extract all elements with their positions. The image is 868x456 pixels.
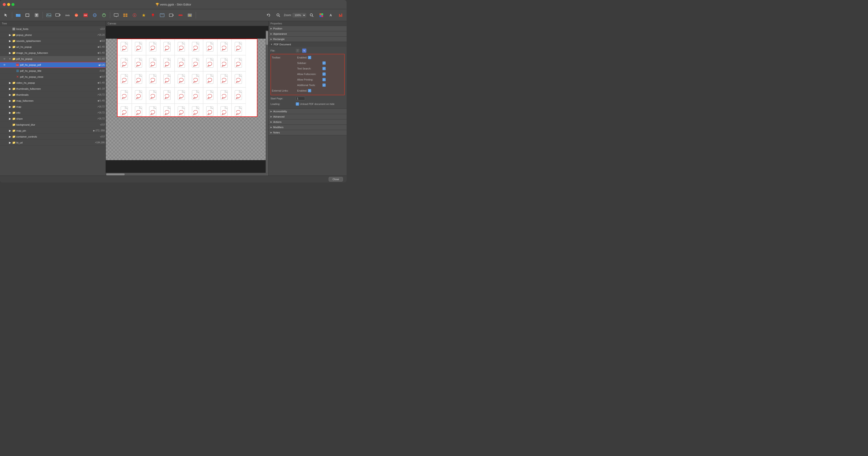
- canvas-scrollbar-horizontal[interactable]: [106, 173, 269, 176]
- arrow-pdf-popup[interactable]: ▼: [8, 56, 12, 62]
- section-actions-header[interactable]: ▶ Actions: [269, 119, 347, 124]
- cursor-screen-button[interactable]: [54, 11, 62, 19]
- tree-item-ht-url[interactable]: ▶ 📁 ht_url ↗184,186: [0, 140, 105, 146]
- toolbar-enabled-checkbox[interactable]: [308, 56, 311, 59]
- arrow-thumbnails[interactable]: ▶: [8, 92, 12, 98]
- tree-item-url-popup[interactable]: ▶ 📁 url_hs_popup ◆0,-40: [0, 44, 105, 50]
- ext-enabled-checkbox[interactable]: [308, 89, 311, 92]
- tree-item-map[interactable]: ▶ 📁 map ↗16,72: [0, 104, 105, 110]
- minimize-window-button[interactable]: [7, 3, 10, 6]
- tree-item-pdf-popup[interactable]: 👁 ▼ 📁 pdf_hs_popup ◆0,-40: [0, 56, 105, 62]
- file-share-icon[interactable]: ⤴: [296, 49, 300, 53]
- svg-tool-button[interactable]: SVG: [63, 11, 71, 19]
- eye-icon-local-fonts[interactable]: [1, 26, 8, 32]
- dark-search-button[interactable]: [274, 11, 282, 19]
- canvas-content-area[interactable]: [117, 39, 257, 117]
- tree-item-pdf-pdf[interactable]: 👁 PDF pdf_hs_popup_pdf ◆0,26: [0, 62, 105, 68]
- maximize-window-button[interactable]: [11, 3, 14, 6]
- scrollbar-thumb-v[interactable]: [266, 31, 268, 45]
- color-picker-button[interactable]: [317, 11, 326, 19]
- screen-record-button[interactable]: [167, 11, 176, 19]
- additional-tools-checkbox[interactable]: [322, 84, 326, 87]
- tree-item-popup-phone[interactable]: ▶ 📁 popup_phone ↗16,16: [0, 32, 105, 38]
- file-edit-button[interactable]: ✎: [302, 49, 306, 53]
- arrow-url-popup[interactable]: ▶: [8, 44, 12, 50]
- arrow-map-pin[interactable]: ▶: [8, 128, 12, 134]
- arrow-image-popup[interactable]: ▶: [8, 50, 12, 56]
- eye-icon-map-pin[interactable]: [1, 128, 8, 134]
- eye-icon-thumbnails-fs[interactable]: [1, 86, 8, 92]
- search-button[interactable]: [308, 11, 316, 19]
- allow-fullscreen-checkbox[interactable]: [322, 72, 326, 76]
- sidebar-checkbox[interactable]: [322, 61, 326, 65]
- eye-icon-pdf-close[interactable]: [1, 74, 8, 80]
- tree-item-map-pin[interactable]: ▶ 📁 map_pin ◆-272,-358: [0, 128, 105, 134]
- monitor-tool-button[interactable]: [112, 11, 120, 19]
- tree-item-thumbnails[interactable]: ▶ 📁 thumbnails ↗16,72: [0, 92, 105, 98]
- section-appearance-header[interactable]: ▶ Appearance: [269, 31, 347, 36]
- tree-item-image-popup[interactable]: ▶ 📁 image_hs_popup_fullscreen ◆0,-40: [0, 50, 105, 56]
- tree-item-share[interactable]: ▶ 📁 share ↗16,72: [0, 116, 105, 122]
- lottie-tool-button[interactable]: Lo: [72, 11, 81, 19]
- arrow-sounds[interactable]: ▶: [8, 38, 12, 44]
- globe-tool-button[interactable]: [91, 11, 99, 19]
- tree-item-bg-blur[interactable]: 📁 background_blur ↘0,0: [0, 122, 105, 128]
- zoom-select[interactable]: 100% 75% 50% 150% 200%: [292, 13, 306, 17]
- arrow-share[interactable]: ▶: [8, 116, 12, 122]
- eye-icon-url-popup[interactable]: [1, 44, 8, 50]
- arrow-video-popup[interactable]: ▶: [8, 80, 12, 86]
- js-tool-button[interactable]: JS: [186, 11, 194, 19]
- rectangle-tool-button[interactable]: [23, 11, 32, 19]
- eye-icon-thumbnails[interactable]: [1, 92, 8, 98]
- start-page-input[interactable]: [296, 97, 305, 100]
- eye-icon-ht-url[interactable]: [1, 140, 8, 146]
- tree-item-pdf-title[interactable]: 🖼 pdf_hs_popup_title ↓0,32: [0, 68, 105, 74]
- arrow-thumbnails-fs[interactable]: ▶: [8, 86, 12, 92]
- eye-icon-map-fs[interactable]: [1, 98, 8, 104]
- cursor-tool-button[interactable]: [2, 11, 10, 19]
- text-search-checkbox[interactable]: [322, 67, 326, 70]
- undo-button[interactable]: [265, 11, 273, 19]
- image-tool-button[interactable]: [44, 11, 53, 19]
- tree-item-thumbnails-fs[interactable]: ▶ 📁 thumbnails_fullscreen ◆0,-18: [0, 86, 105, 92]
- section-advanced-header[interactable]: ▶ Advanced: [269, 114, 347, 119]
- eye-icon-sounds[interactable]: [1, 38, 8, 44]
- tree-item-pdf-close[interactable]: ✕ pdf_hs_popup_close ◆0,0: [0, 74, 105, 80]
- tree-content[interactable]: f local_fonts ↘0,0 ▶ 📁 popup_phone ↗16,1…: [0, 26, 105, 176]
- pdf-tool-button[interactable]: PDF: [82, 11, 90, 19]
- pin-tool-button[interactable]: [149, 11, 157, 19]
- map-tool-button[interactable]: [100, 11, 108, 19]
- eye-icon-container-controls[interactable]: [1, 134, 8, 140]
- close-button[interactable]: Close: [329, 177, 343, 182]
- eye-icon-pdf-popup[interactable]: 👁: [1, 56, 8, 62]
- arrow-ht-url[interactable]: ▶: [8, 140, 12, 146]
- unload-checkbox[interactable]: [296, 102, 299, 105]
- tree-item-sounds[interactable]: ▶ 📁 sounds_splashscreen ◆0,0: [0, 38, 105, 44]
- section-accessibility-header[interactable]: ▶ Accessibility: [269, 109, 347, 114]
- eye-icon-map[interactable]: [1, 104, 8, 110]
- section-rectangle-header[interactable]: ▶ Rectangle: [269, 37, 347, 42]
- grid-tool-button[interactable]: [121, 11, 129, 19]
- allow-printing-checkbox[interactable]: [322, 78, 326, 81]
- close-window-button[interactable]: [3, 3, 6, 6]
- tree-item-info[interactable]: ▶ 📁 info ↗16,72: [0, 110, 105, 116]
- chart-button[interactable]: [337, 11, 345, 19]
- arrow-map-fs[interactable]: ▶: [8, 98, 12, 104]
- section-modifiers-header[interactable]: ▶ Modifiers: [269, 125, 347, 130]
- tree-item-video-popup[interactable]: ▶ 📁 video_hs_popup ◆0,-40: [0, 80, 105, 86]
- map-box-button[interactable]: [158, 11, 166, 19]
- star-tool-button[interactable]: [140, 11, 148, 19]
- eye-icon-pdf-title[interactable]: [1, 68, 8, 74]
- arrow-map[interactable]: ▶: [8, 104, 12, 110]
- eye-icon-image-popup[interactable]: [1, 50, 8, 56]
- arrow-popup-phone[interactable]: ▶: [8, 32, 12, 38]
- tree-item-map-fs[interactable]: ▶ 📁 map_fullscreen ◆0,-40: [0, 98, 105, 104]
- text-tool-button[interactable]: T: [32, 11, 41, 19]
- eye-icon-popup-phone[interactable]: [1, 32, 8, 38]
- eye-icon-info[interactable]: [1, 110, 8, 116]
- eye-icon-share[interactable]: [1, 116, 8, 122]
- eye-icon-bg-blur[interactable]: [1, 122, 8, 128]
- delete-tool-button[interactable]: [177, 11, 185, 19]
- eye-icon-video-popup[interactable]: [1, 80, 8, 86]
- section-notes-header[interactable]: ▶ Notes: [269, 130, 347, 135]
